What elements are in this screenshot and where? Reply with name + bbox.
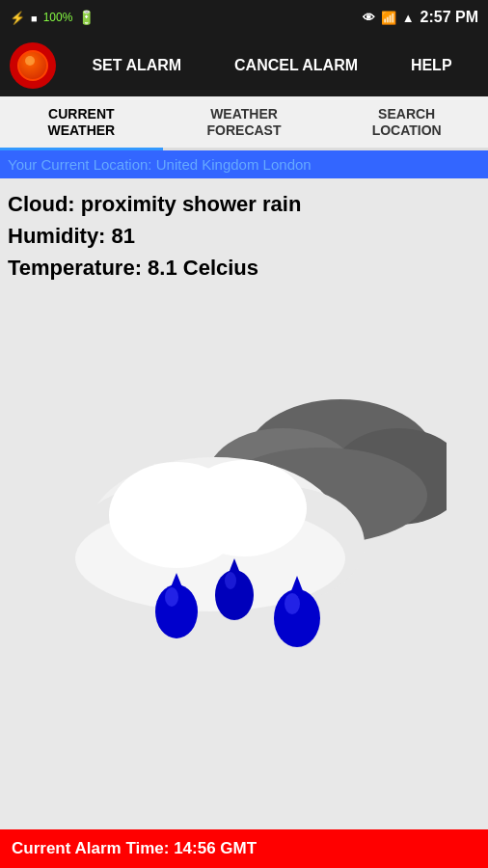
- status-bar: 100% 2:57 PM: [0, 0, 488, 35]
- usb-icon: [10, 10, 25, 25]
- location-text: Your Current Location: United Kingdom Lo…: [8, 156, 312, 173]
- status-icons-left: 100%: [10, 10, 95, 25]
- top-nav-bar: SET ALARM CANCEL ALARM HELP: [0, 35, 488, 96]
- battery-percent: 100%: [43, 11, 73, 24]
- svg-point-9: [181, 460, 307, 556]
- set-alarm-button[interactable]: SET ALARM: [82, 51, 191, 80]
- svg-point-15: [225, 572, 236, 589]
- app-logo: [10, 42, 56, 89]
- cloud-info: Cloud: proximity shower rain: [8, 188, 480, 220]
- location-banner: Your Current Location: United Kingdom Lo…: [0, 150, 488, 178]
- status-time: 2:57 PM: [420, 9, 478, 26]
- signal-icon: [402, 9, 415, 26]
- alarm-bar: Current Alarm Time: 14:56 GMT: [0, 829, 488, 868]
- weather-image-area: [0, 293, 488, 708]
- alarm-time-text: Current Alarm Time: 14:56 GMT: [12, 839, 257, 858]
- svg-point-18: [285, 593, 300, 614]
- cancel-alarm-button[interactable]: CANCEL ALARM: [225, 51, 367, 80]
- eye-icon: [363, 9, 375, 26]
- logo-inner: [17, 50, 48, 81]
- nav-buttons: SET ALARM CANCEL ALARM HELP: [66, 51, 478, 80]
- battery-icon: [78, 10, 95, 25]
- humidity-info: Humidity: 81: [8, 220, 480, 252]
- status-right: 2:57 PM: [363, 9, 478, 26]
- tab-bar: CURRENTWEATHER WEATHERFORECAST SEARCHLOC…: [0, 96, 488, 150]
- tab-current-weather[interactable]: CURRENTWEATHER: [0, 96, 163, 150]
- temperature-info: Temperature: 8.1 Celcius: [8, 252, 480, 284]
- tab-search-location[interactable]: SEARCHLOCATION: [325, 96, 488, 148]
- help-button[interactable]: HELP: [401, 51, 462, 80]
- tab-weather-forecast[interactable]: WEATHERFORECAST: [163, 96, 326, 148]
- bb-icon: [31, 10, 38, 25]
- wifi-icon: [381, 9, 396, 26]
- weather-svg: [41, 327, 447, 674]
- weather-info: Cloud: proximity shower rain Humidity: 8…: [0, 178, 488, 293]
- svg-point-12: [165, 587, 178, 607]
